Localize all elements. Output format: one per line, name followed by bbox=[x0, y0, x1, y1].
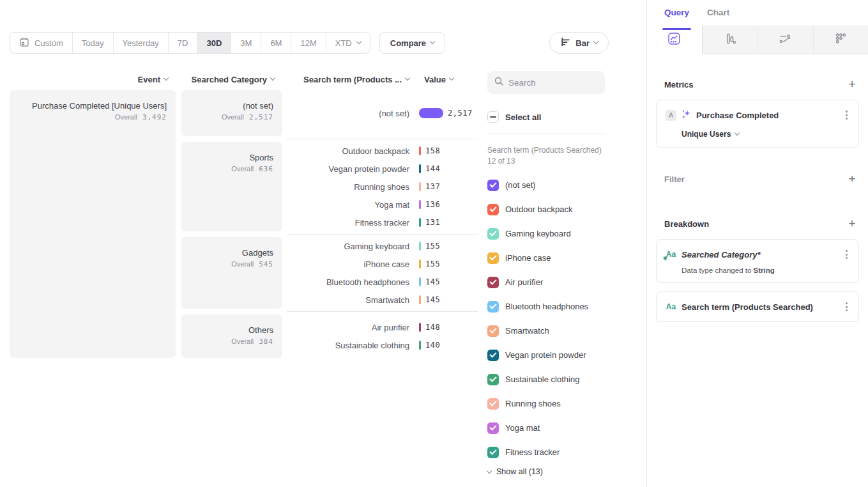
column-header-search-term[interactable]: Search term (Products ... bbox=[287, 75, 415, 84]
kebab-menu-icon[interactable] bbox=[844, 248, 849, 261]
series-checkbox[interactable] bbox=[487, 204, 499, 215]
select-all-checkbox[interactable] bbox=[487, 111, 499, 123]
list-item[interactable]: Air purifier bbox=[487, 270, 605, 295]
series-checkbox[interactable] bbox=[487, 422, 499, 434]
column-header-category[interactable]: Searched Category bbox=[181, 75, 282, 84]
tab-funnels[interactable] bbox=[703, 26, 758, 54]
event-column: Purchase Completed [Unique Users] Overal… bbox=[10, 90, 176, 358]
series-checkbox[interactable] bbox=[487, 398, 499, 410]
series-checkbox[interactable] bbox=[487, 277, 499, 288]
date-range-7d[interactable]: 7D bbox=[169, 33, 198, 53]
chevron-down-icon bbox=[594, 42, 598, 43]
category-card-sports[interactable]: Sports Overall 636 bbox=[181, 142, 282, 231]
table-row[interactable]: Bluetooth headphones 145 bbox=[287, 273, 478, 291]
kebab-menu-icon[interactable] bbox=[844, 300, 849, 313]
breakdown-table: Event Searched Category Search term (Pro… bbox=[10, 71, 478, 476]
table-row[interactable]: Yoga mat 136 bbox=[287, 196, 478, 213]
metric-card[interactable]: A Purchase Completed Unique Users bbox=[656, 100, 859, 148]
string-type-icon: Aa bbox=[666, 302, 676, 311]
series-checkbox[interactable] bbox=[487, 228, 499, 240]
compare-button[interactable]: Compare bbox=[379, 32, 445, 54]
modified-star-icon: ✱ bbox=[663, 256, 667, 261]
table-row[interactable]: Air purifier 148 bbox=[287, 318, 478, 336]
table-row[interactable]: Smartwatch 145 bbox=[287, 291, 478, 309]
main-area: Custom Today Yesterday 7D 30D 3M 6M 12M … bbox=[0, 0, 646, 487]
date-range-30d[interactable]: 30D bbox=[197, 33, 231, 53]
value-bar bbox=[419, 259, 421, 268]
table-row[interactable]: Vegan protein powder 144 bbox=[287, 160, 478, 178]
chevron-down-icon bbox=[430, 42, 434, 43]
date-range-12m[interactable]: 12M bbox=[291, 33, 326, 53]
insights-icon bbox=[667, 31, 681, 49]
list-item[interactable]: Yoga mat bbox=[487, 416, 605, 440]
list-item[interactable]: Sustainable clothing bbox=[487, 367, 605, 392]
date-range-6m[interactable]: 6M bbox=[261, 33, 291, 53]
list-item[interactable]: Outdoor backpack bbox=[487, 197, 605, 222]
toolbar: Custom Today Yesterday 7D 30D 3M 6M 12M … bbox=[10, 32, 646, 54]
series-legend-panel: Select all Search term (Products Searche… bbox=[487, 71, 605, 476]
date-range-xtd[interactable]: XTD bbox=[326, 33, 370, 53]
event-card[interactable]: Purchase Completed [Unique Users] Overal… bbox=[10, 90, 176, 358]
date-range-yesterday[interactable]: Yesterday bbox=[114, 33, 169, 53]
row-group-sports: Outdoor backpack 158 Vegan protein powde… bbox=[287, 142, 478, 231]
list-item[interactable]: Fitness tracker bbox=[487, 440, 605, 465]
list-item[interactable]: Vegan protein powder bbox=[487, 343, 605, 367]
value-bar bbox=[419, 341, 421, 350]
series-checkbox[interactable] bbox=[487, 350, 499, 361]
add-metric-button[interactable]: + bbox=[845, 77, 859, 91]
date-range-custom[interactable]: Custom bbox=[10, 33, 73, 53]
series-checkbox[interactable] bbox=[487, 301, 499, 313]
legend-search[interactable] bbox=[487, 71, 605, 94]
series-checkbox[interactable] bbox=[487, 447, 499, 458]
date-range-today[interactable]: Today bbox=[73, 33, 114, 53]
table-row[interactable]: Sustainable clothing 140 bbox=[287, 336, 478, 354]
event-overall: Overall 3,492 bbox=[17, 113, 167, 121]
breakdown-property-name: Searched Category* bbox=[681, 250, 839, 259]
tab-retention[interactable] bbox=[813, 26, 868, 54]
list-item[interactable]: Running shoes bbox=[487, 392, 605, 416]
series-checkbox[interactable] bbox=[487, 325, 499, 337]
breakdown-card[interactable]: Aa Search term (Products Searched) bbox=[656, 291, 859, 322]
value-bar bbox=[419, 323, 421, 332]
category-column: (not set) Overall 2,517 Sports Overall 6… bbox=[181, 90, 282, 358]
category-card-gadgets[interactable]: Gadgets Overall 545 bbox=[181, 237, 282, 309]
value-bar bbox=[419, 242, 421, 251]
series-checkbox[interactable] bbox=[487, 180, 499, 191]
table-row[interactable]: iPhone case 155 bbox=[287, 255, 478, 273]
column-header-event[interactable]: Event bbox=[10, 75, 176, 84]
table-row[interactable]: Fitness tracker 131 bbox=[287, 213, 478, 231]
chart-type-button[interactable]: Bar bbox=[549, 32, 609, 54]
tab-flows[interactable] bbox=[758, 26, 813, 54]
table-row[interactable]: (not set) 2,517 bbox=[287, 104, 478, 122]
search-input[interactable] bbox=[508, 78, 598, 88]
kebab-menu-icon[interactable] bbox=[844, 109, 849, 121]
select-all-row[interactable]: Select all bbox=[487, 111, 605, 123]
tab-query[interactable]: Query bbox=[664, 8, 689, 26]
measure-dropdown[interactable]: Unique Users bbox=[681, 130, 849, 139]
column-header-value[interactable]: Value bbox=[415, 75, 453, 84]
category-card-not-set[interactable]: (not set) Overall 2,517 bbox=[181, 90, 282, 136]
add-breakdown-button[interactable]: + bbox=[845, 217, 859, 231]
group-divider bbox=[287, 139, 478, 139]
tab-chart[interactable]: Chart bbox=[707, 8, 729, 26]
list-item[interactable]: iPhone case bbox=[487, 246, 605, 270]
list-item[interactable]: Gaming keyboard bbox=[487, 222, 605, 246]
list-item[interactable]: Smartwatch bbox=[487, 319, 605, 343]
series-checkbox[interactable] bbox=[487, 252, 499, 264]
list-item[interactable]: (not set) bbox=[487, 173, 605, 197]
show-all-toggle[interactable]: Show all (13) bbox=[487, 467, 605, 476]
breakdown-card[interactable]: Aa ✱ Searched Category* Data type change… bbox=[656, 239, 859, 283]
app-root: Custom Today Yesterday 7D 30D 3M 6M 12M … bbox=[0, 0, 868, 487]
table-row[interactable]: Outdoor backpack 158 bbox=[287, 142, 478, 160]
table-header-row: Event Searched Category Search term (Pro… bbox=[10, 71, 478, 88]
series-checkbox[interactable] bbox=[487, 374, 499, 385]
table-row[interactable]: Gaming keyboard 155 bbox=[287, 237, 478, 255]
search-icon bbox=[494, 76, 504, 89]
date-range-3m[interactable]: 3M bbox=[231, 33, 261, 53]
category-card-others[interactable]: Others Overall 384 bbox=[181, 314, 282, 358]
row-group-gadgets: Gaming keyboard 155 iPhone case 155 Blue… bbox=[287, 237, 478, 309]
add-filter-button[interactable]: + bbox=[845, 172, 859, 186]
list-item[interactable]: Bluetooth headphones bbox=[487, 295, 605, 319]
table-row[interactable]: Running shoes 137 bbox=[287, 178, 478, 196]
chevron-down-icon bbox=[271, 79, 275, 80]
